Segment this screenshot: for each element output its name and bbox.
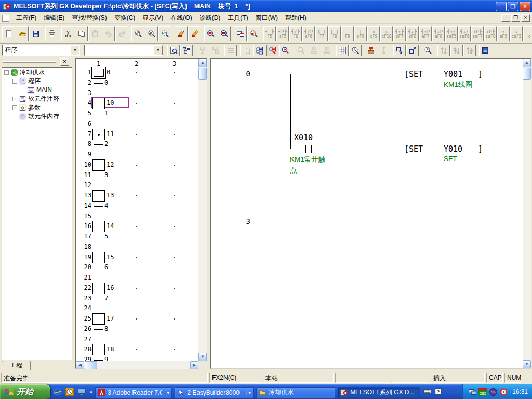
scroll-up-icon[interactable]: ▲ xyxy=(523,59,531,67)
rung2-instruction[interactable]: [SET xyxy=(404,144,423,154)
tree-item-冷却供水[interactable]: -冷却供水 xyxy=(2,68,72,76)
sfc-step[interactable] xyxy=(92,159,105,171)
ie-icon[interactable] xyxy=(53,387,62,396)
alarm-red-icon[interactable] xyxy=(499,388,508,396)
menu-item-9[interactable]: 帮助(H) xyxy=(282,12,310,23)
restore-button[interactable]: ❐ xyxy=(508,2,518,11)
minimize-button[interactable]: _ xyxy=(496,2,507,11)
project-tree-button[interactable] xyxy=(180,45,193,56)
device-monitor-button[interactable] xyxy=(479,45,491,56)
start-button[interactable]: 开始 xyxy=(0,384,50,399)
doc-find-button[interactable] xyxy=(167,45,180,56)
stamp-red-button[interactable] xyxy=(365,45,377,56)
tree-item-软元件注释[interactable]: +软元件注释 xyxy=(2,95,72,103)
rung2-wire[interactable] xyxy=(312,149,406,149)
taskbar-button-1[interactable]: 2 EasyBuilder8000▾ xyxy=(175,387,254,398)
sfc-step[interactable] xyxy=(92,283,105,294)
jump-window-button[interactable] xyxy=(393,45,406,56)
sfc-step[interactable] xyxy=(92,221,105,232)
sfc-hscroll-thumb[interactable] xyxy=(85,361,97,369)
keyboard-icon[interactable] xyxy=(423,387,432,396)
zoom-read-button[interactable] xyxy=(204,26,217,41)
collapse-icon[interactable]: - xyxy=(12,79,17,84)
menu-item-0[interactable]: 工程(F) xyxy=(12,12,40,23)
show-desktop-icon[interactable] xyxy=(77,387,86,396)
sfc-canvas[interactable]: 1231234567891011121314151617181920212223… xyxy=(76,59,198,361)
jump-window2-button[interactable] xyxy=(406,45,419,56)
copy-button[interactable] xyxy=(75,26,88,41)
sfc-step[interactable] xyxy=(92,313,105,325)
panel-grip[interactable] xyxy=(3,61,56,63)
sfc-transition[interactable] xyxy=(94,329,103,330)
scroll-left-icon[interactable]: ◀ xyxy=(76,361,84,369)
menu-item-8[interactable]: 窗口(W) xyxy=(252,12,282,23)
tree-item-参数[interactable]: +参数 xyxy=(2,103,72,112)
help-icon[interactable]: ? xyxy=(434,387,443,396)
open-folder-button[interactable] xyxy=(16,26,29,41)
window-split-button[interactable] xyxy=(234,26,247,41)
chevron-down-icon[interactable]: ▼ xyxy=(71,45,79,55)
menu-item-1[interactable]: 编辑(E) xyxy=(40,12,68,23)
scroll-right-icon[interactable]: ▶ xyxy=(190,361,198,369)
sfc-transition[interactable] xyxy=(94,176,103,176)
ladder-vscroll-thumb[interactable] xyxy=(523,68,531,80)
network-icon[interactable] xyxy=(468,388,477,396)
menu-item-2[interactable]: 查找/替换(S) xyxy=(68,12,110,23)
menu-item-3[interactable]: 变换(C) xyxy=(111,12,139,23)
tree-edit-button[interactable] xyxy=(266,45,278,56)
sfc-transition[interactable] xyxy=(94,237,103,237)
sfc-transition[interactable] xyxy=(94,83,103,84)
chevron-down-icon[interactable]: ▾ xyxy=(165,390,170,395)
contact-label[interactable]: X010 xyxy=(294,133,313,142)
sfc-step[interactable] xyxy=(92,252,105,263)
clock-icon[interactable] xyxy=(65,387,74,396)
sfc-transition[interactable] xyxy=(94,299,103,299)
rung2-wire[interactable] xyxy=(290,149,305,149)
tree-item-MAIN[interactable]: MAIN xyxy=(2,86,72,94)
new-file-button[interactable] xyxy=(2,26,15,41)
sfc-step[interactable] xyxy=(92,98,105,109)
zoom-clock-button[interactable] xyxy=(422,45,434,56)
close-button[interactable]: × xyxy=(520,2,530,11)
sfc-vscroll-thumb[interactable] xyxy=(198,68,207,80)
sfc-transition[interactable] xyxy=(94,360,103,361)
panel-grip[interactable] xyxy=(3,59,56,60)
data-type-combo[interactable]: 程序 ▼ xyxy=(2,45,80,56)
mdi-restore-button[interactable]: ❐ xyxy=(511,14,520,22)
tree-item-软元件内存[interactable]: 软元件内存 xyxy=(2,112,72,121)
save-floppy-button[interactable] xyxy=(29,26,42,41)
rung2-operand[interactable]: Y010 xyxy=(444,144,462,154)
zoom-write-button[interactable] xyxy=(218,26,231,41)
sfc-transition[interactable] xyxy=(94,206,103,207)
find-string-button[interactable] xyxy=(158,26,171,41)
menu-item-7[interactable]: 工具(T) xyxy=(224,12,251,23)
sfc-vscroll[interactable] xyxy=(198,59,207,361)
taskbar-button-0[interactable]: 3 Adobe Reader 7.0▾ xyxy=(95,387,172,398)
antivirus-purple-icon[interactable] xyxy=(489,388,498,396)
sfc-transition[interactable] xyxy=(94,268,103,268)
collapse-icon[interactable]: - xyxy=(4,70,9,75)
chevron-down-icon[interactable]: ▼ xyxy=(154,45,163,55)
menu-item-6[interactable]: 诊断(D) xyxy=(196,12,224,23)
sfc-step[interactable] xyxy=(92,190,105,202)
data-name-combo[interactable]: ▼ xyxy=(84,45,163,56)
contact-bar-left[interactable] xyxy=(305,145,306,153)
sfc-transition[interactable] xyxy=(94,144,103,145)
print-button[interactable] xyxy=(45,26,58,41)
chevron-down-icon[interactable]: ▾ xyxy=(246,390,251,395)
expand-icon[interactable]: + xyxy=(12,97,17,101)
find-circuit-button[interactable] xyxy=(279,45,291,56)
sfc-transition[interactable] xyxy=(94,114,103,114)
taskbar-button-3[interactable]: MELSOFT系列 GX D... xyxy=(338,387,420,398)
ladder-write-button[interactable] xyxy=(175,26,188,41)
close-icon[interactable]: × xyxy=(60,58,69,66)
expand-icon[interactable]: + xyxy=(12,105,17,110)
taskbar-button-2[interactable]: 冷却供水 xyxy=(256,387,335,398)
monitor-clock-button[interactable] xyxy=(349,45,362,56)
tree-item-程序[interactable]: -程序 xyxy=(2,77,72,85)
grid-window-button[interactable] xyxy=(336,45,349,56)
rung1-wire[interactable] xyxy=(254,74,406,74)
ladder-vscroll[interactable] xyxy=(523,59,531,368)
cut-button[interactable] xyxy=(61,26,74,41)
zoom-find-button[interactable] xyxy=(247,26,260,41)
